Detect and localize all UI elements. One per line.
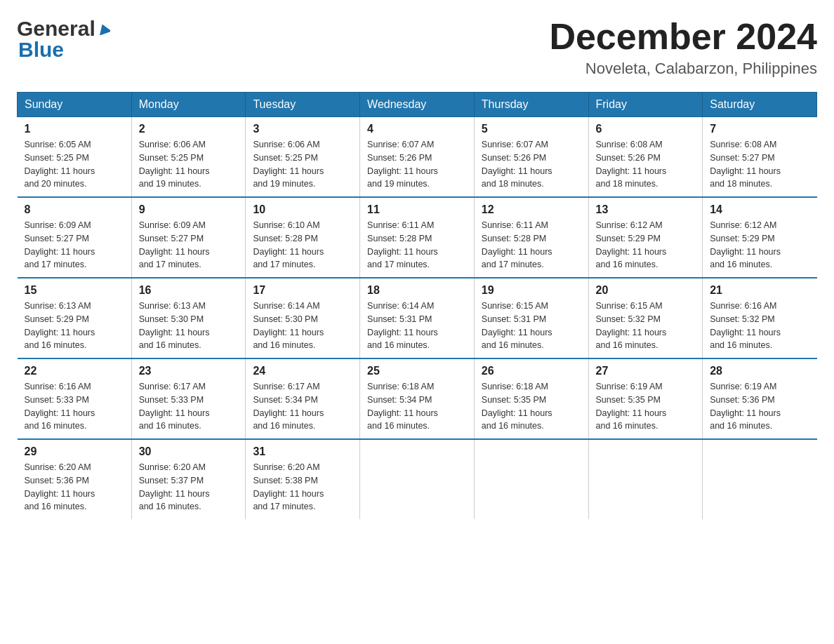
day-info: Sunrise: 6:16 AMSunset: 5:33 PMDaylight:…: [25, 380, 124, 433]
table-row: 17Sunrise: 6:14 AMSunset: 5:30 PMDayligh…: [246, 278, 360, 358]
day-info: Sunrise: 6:20 AMSunset: 5:36 PMDaylight:…: [25, 461, 124, 514]
table-row: 6Sunrise: 6:08 AMSunset: 5:26 PMDaylight…: [588, 117, 703, 198]
table-row: [588, 439, 703, 519]
day-number: 24: [253, 365, 352, 377]
table-row: 8Sunrise: 6:09 AMSunset: 5:27 PMDaylight…: [18, 197, 132, 278]
calendar-week-row: 15Sunrise: 6:13 AMSunset: 5:29 PMDayligh…: [18, 278, 817, 358]
table-row: 20Sunrise: 6:15 AMSunset: 5:32 PMDayligh…: [588, 278, 703, 358]
month-title: December 2024: [549, 17, 817, 57]
day-number: 30: [139, 445, 239, 458]
table-row: 21Sunrise: 6:16 AMSunset: 5:32 PMDayligh…: [703, 278, 817, 358]
day-number: 22: [25, 365, 124, 377]
logo-blue-text: Blue: [17, 38, 64, 62]
day-number: 6: [596, 123, 696, 135]
table-row: 23Sunrise: 6:17 AMSunset: 5:33 PMDayligh…: [131, 358, 246, 439]
calendar-week-row: 8Sunrise: 6:09 AMSunset: 5:27 PMDaylight…: [18, 197, 817, 278]
table-row: 19Sunrise: 6:15 AMSunset: 5:31 PMDayligh…: [474, 278, 588, 358]
title-block: December 2024 Noveleta, Calabarzon, Phil…: [549, 17, 817, 78]
col-wednesday: Wednesday: [360, 93, 475, 117]
day-number: 8: [25, 203, 124, 216]
table-row: 14Sunrise: 6:12 AMSunset: 5:29 PMDayligh…: [703, 197, 817, 278]
day-info: Sunrise: 6:11 AMSunset: 5:28 PMDaylight:…: [482, 219, 581, 271]
table-row: 28Sunrise: 6:19 AMSunset: 5:36 PMDayligh…: [703, 358, 817, 439]
calendar-week-row: 22Sunrise: 6:16 AMSunset: 5:33 PMDayligh…: [18, 358, 817, 439]
day-info: Sunrise: 6:18 AMSunset: 5:35 PMDaylight:…: [482, 380, 581, 433]
table-row: 4Sunrise: 6:07 AMSunset: 5:26 PMDaylight…: [360, 117, 475, 198]
table-row: 9Sunrise: 6:09 AMSunset: 5:27 PMDaylight…: [131, 197, 246, 278]
day-info: Sunrise: 6:15 AMSunset: 5:32 PMDaylight:…: [596, 300, 696, 352]
table-row: 15Sunrise: 6:13 AMSunset: 5:29 PMDayligh…: [18, 278, 132, 358]
day-info: Sunrise: 6:16 AMSunset: 5:32 PMDaylight:…: [710, 300, 809, 352]
day-info: Sunrise: 6:19 AMSunset: 5:36 PMDaylight:…: [710, 380, 809, 433]
day-info: Sunrise: 6:14 AMSunset: 5:31 PMDaylight:…: [367, 300, 467, 352]
calendar-week-row: 1Sunrise: 6:05 AMSunset: 5:25 PMDaylight…: [18, 117, 817, 198]
day-info: Sunrise: 6:08 AMSunset: 5:26 PMDaylight:…: [596, 138, 696, 191]
day-info: Sunrise: 6:14 AMSunset: 5:30 PMDaylight:…: [253, 300, 352, 352]
day-info: Sunrise: 6:17 AMSunset: 5:33 PMDaylight:…: [139, 380, 239, 433]
col-monday: Monday: [131, 93, 246, 117]
col-thursday: Thursday: [474, 93, 588, 117]
day-number: 14: [710, 203, 809, 216]
day-info: Sunrise: 6:18 AMSunset: 5:34 PMDaylight:…: [367, 380, 467, 433]
day-info: Sunrise: 6:20 AMSunset: 5:37 PMDaylight:…: [139, 461, 239, 514]
day-number: 7: [710, 123, 809, 135]
logo-general-text: General: [17, 17, 95, 41]
day-info: Sunrise: 6:07 AMSunset: 5:26 PMDaylight:…: [367, 138, 467, 191]
day-info: Sunrise: 6:09 AMSunset: 5:27 PMDaylight:…: [25, 219, 124, 271]
day-number: 23: [139, 365, 239, 377]
table-row: 13Sunrise: 6:12 AMSunset: 5:29 PMDayligh…: [588, 197, 703, 278]
table-row: 30Sunrise: 6:20 AMSunset: 5:37 PMDayligh…: [131, 439, 246, 519]
day-number: 26: [482, 365, 581, 377]
table-row: 31Sunrise: 6:20 AMSunset: 5:38 PMDayligh…: [246, 439, 360, 519]
col-friday: Friday: [588, 93, 703, 117]
table-row: 24Sunrise: 6:17 AMSunset: 5:34 PMDayligh…: [246, 358, 360, 439]
day-number: 15: [25, 284, 124, 297]
table-row: 26Sunrise: 6:18 AMSunset: 5:35 PMDayligh…: [474, 358, 588, 439]
table-row: 12Sunrise: 6:11 AMSunset: 5:28 PMDayligh…: [474, 197, 588, 278]
table-row: 1Sunrise: 6:05 AMSunset: 5:25 PMDaylight…: [18, 117, 132, 198]
day-info: Sunrise: 6:13 AMSunset: 5:30 PMDaylight:…: [139, 300, 239, 352]
table-row: 5Sunrise: 6:07 AMSunset: 5:26 PMDaylight…: [474, 117, 588, 198]
calendar-table: Sunday Monday Tuesday Wednesday Thursday…: [17, 92, 817, 519]
table-row: [703, 439, 817, 519]
day-number: 11: [367, 203, 467, 216]
day-info: Sunrise: 6:10 AMSunset: 5:28 PMDaylight:…: [253, 219, 352, 271]
logo: General Blue: [17, 17, 110, 62]
day-number: 13: [596, 203, 696, 216]
col-tuesday: Tuesday: [246, 93, 360, 117]
table-row: 2Sunrise: 6:06 AMSunset: 5:25 PMDaylight…: [131, 117, 246, 198]
day-info: Sunrise: 6:11 AMSunset: 5:28 PMDaylight:…: [367, 219, 467, 271]
svg-marker-0: [98, 22, 110, 35]
table-row: 25Sunrise: 6:18 AMSunset: 5:34 PMDayligh…: [360, 358, 475, 439]
day-info: Sunrise: 6:13 AMSunset: 5:29 PMDaylight:…: [25, 300, 124, 352]
day-number: 18: [367, 284, 467, 297]
table-row: 22Sunrise: 6:16 AMSunset: 5:33 PMDayligh…: [18, 358, 132, 439]
day-info: Sunrise: 6:06 AMSunset: 5:25 PMDaylight:…: [139, 138, 239, 191]
day-info: Sunrise: 6:12 AMSunset: 5:29 PMDaylight:…: [596, 219, 696, 271]
day-number: 5: [482, 123, 581, 135]
table-row: [474, 439, 588, 519]
day-number: 20: [596, 284, 696, 297]
table-row: 27Sunrise: 6:19 AMSunset: 5:35 PMDayligh…: [588, 358, 703, 439]
day-number: 25: [367, 365, 467, 377]
day-info: Sunrise: 6:06 AMSunset: 5:25 PMDaylight:…: [253, 138, 352, 191]
table-row: 29Sunrise: 6:20 AMSunset: 5:36 PMDayligh…: [18, 439, 132, 519]
day-number: 31: [253, 445, 352, 458]
calendar-header-row: Sunday Monday Tuesday Wednesday Thursday…: [18, 93, 817, 117]
table-row: 10Sunrise: 6:10 AMSunset: 5:28 PMDayligh…: [246, 197, 360, 278]
location-title: Noveleta, Calabarzon, Philippines: [549, 60, 817, 78]
page-header: General Blue December 2024 Noveleta, Cal…: [17, 17, 817, 78]
day-info: Sunrise: 6:09 AMSunset: 5:27 PMDaylight:…: [139, 219, 239, 271]
table-row: [360, 439, 475, 519]
table-row: 18Sunrise: 6:14 AMSunset: 5:31 PMDayligh…: [360, 278, 475, 358]
col-sunday: Sunday: [18, 93, 132, 117]
day-info: Sunrise: 6:07 AMSunset: 5:26 PMDaylight:…: [482, 138, 581, 191]
day-number: 28: [710, 365, 809, 377]
day-number: 9: [139, 203, 239, 216]
day-info: Sunrise: 6:17 AMSunset: 5:34 PMDaylight:…: [253, 380, 352, 433]
day-number: 12: [482, 203, 581, 216]
day-number: 27: [596, 365, 696, 377]
table-row: 16Sunrise: 6:13 AMSunset: 5:30 PMDayligh…: [131, 278, 246, 358]
logo-triangle-icon: [98, 22, 110, 38]
day-info: Sunrise: 6:05 AMSunset: 5:25 PMDaylight:…: [25, 138, 124, 191]
